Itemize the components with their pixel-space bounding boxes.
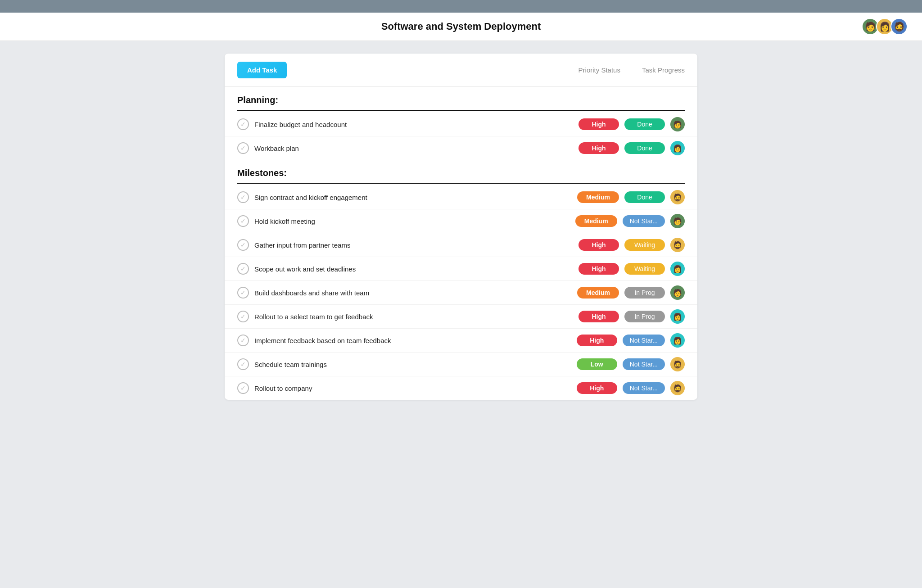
table-row: ✓ Implement feedback based on team feedb… — [225, 329, 697, 353]
priority-badge-1: High — [579, 118, 619, 130]
table-row: ✓ Finalize budget and headcount High Don… — [225, 113, 697, 136]
table-row: ✓ Sign contract and kickoff engagement M… — [225, 185, 697, 209]
content-area: Add Task Priority Status Task Progress P… — [0, 41, 922, 412]
table-row: ✓ Rollout to company High Not Star... 🧔 — [225, 376, 697, 400]
avatar-task-4: 🧑 — [670, 214, 685, 228]
avatar-task-3: 🧔 — [670, 190, 685, 204]
table-row: ✓ Build dashboards and share with team M… — [225, 281, 697, 305]
header-avatars: 🧑 👩 🧔 — [862, 18, 908, 35]
status-badge-2: Done — [624, 142, 665, 154]
status-badge-7: In Prog — [624, 287, 665, 299]
planning-title: Planning: — [225, 87, 697, 110]
priority-badge-2: High — [579, 142, 619, 154]
milestones-title: Milestones: — [225, 160, 697, 183]
status-badge-9: Not Star... — [623, 335, 665, 346]
table-row: ✓ Rollout to a select team to get feedba… — [225, 305, 697, 329]
priority-badge-3: Medium — [577, 191, 619, 203]
avatar-task-7: 🧑 — [670, 285, 685, 300]
status-badge-8: In Prog — [624, 311, 665, 322]
task-name-7: Build dashboards and share with team — [254, 289, 572, 297]
table-row: ✓ Workback plan High Done 👩 — [225, 136, 697, 160]
check-icon-9: ✓ — [237, 335, 249, 346]
header-avatar-3: 🧔 — [890, 18, 908, 35]
priority-status-header: Priority Status — [579, 66, 620, 74]
check-icon-11: ✓ — [237, 382, 249, 394]
task-name-8: Rollout to a select team to get feedback — [254, 313, 573, 321]
avatar-task-1: 🧑 — [670, 117, 685, 131]
column-headers: Priority Status Task Progress — [579, 66, 685, 74]
status-badge-11: Not Star... — [623, 382, 665, 394]
priority-badge-8: High — [579, 311, 619, 322]
avatar-task-10: 🧔 — [670, 357, 685, 371]
app-header: Software and System Deployment 🧑 👩 🧔 — [0, 13, 922, 41]
card-header: Add Task Priority Status Task Progress — [225, 54, 697, 87]
table-row: ✓ Schedule team trainings Low Not Star..… — [225, 353, 697, 376]
task-name-1: Finalize budget and headcount — [254, 121, 573, 128]
priority-badge-6: High — [579, 263, 619, 275]
check-icon-1: ✓ — [237, 118, 249, 130]
task-name-10: Schedule team trainings — [254, 361, 571, 368]
priority-badge-5: High — [579, 239, 619, 251]
check-icon-3: ✓ — [237, 191, 249, 203]
check-icon-8: ✓ — [237, 311, 249, 322]
priority-badge-11: High — [577, 382, 617, 394]
add-task-button[interactable]: Add Task — [237, 62, 287, 78]
status-badge-5: Waiting — [624, 239, 665, 251]
status-badge-10: Not Star... — [623, 358, 665, 370]
priority-badge-9: High — [577, 335, 617, 346]
avatar-task-5: 🧔 — [670, 238, 685, 252]
top-bar — [0, 0, 922, 13]
status-badge-1: Done — [624, 118, 665, 130]
page-title: Software and System Deployment — [0, 21, 922, 32]
task-name-9: Implement feedback based on team feedbac… — [254, 337, 571, 344]
task-name-2: Workback plan — [254, 145, 573, 152]
table-row: ✓ Scope out work and set deadlines High … — [225, 257, 697, 281]
task-name-3: Sign contract and kickoff engagement — [254, 194, 572, 201]
status-badge-4: Not Star... — [623, 215, 665, 227]
avatar-task-8: 👩 — [670, 309, 685, 324]
priority-badge-4: Medium — [575, 215, 617, 227]
priority-badge-10: Low — [577, 358, 617, 370]
task-progress-header: Task Progress — [642, 66, 685, 74]
status-badge-6: Waiting — [624, 263, 665, 275]
avatar-task-9: 👩 — [670, 333, 685, 348]
avatar-task-11: 🧔 — [670, 381, 685, 395]
avatar-task-2: 👩 — [670, 141, 685, 155]
check-icon-5: ✓ — [237, 239, 249, 251]
table-row: ✓ Gather input from partner teams High W… — [225, 233, 697, 257]
main-card: Add Task Priority Status Task Progress P… — [225, 54, 697, 400]
section-milestones: Milestones: ✓ Sign contract and kickoff … — [225, 160, 697, 400]
priority-badge-7: Medium — [577, 287, 619, 299]
check-icon-7: ✓ — [237, 287, 249, 299]
task-name-4: Hold kickoff meeting — [254, 217, 570, 225]
section-planning: Planning: ✓ Finalize budget and headcoun… — [225, 87, 697, 160]
table-row: ✓ Hold kickoff meeting Medium Not Star..… — [225, 209, 697, 233]
planning-divider — [237, 110, 685, 111]
check-icon-4: ✓ — [237, 215, 249, 227]
status-badge-3: Done — [624, 191, 665, 203]
check-icon-2: ✓ — [237, 142, 249, 154]
avatar-task-6: 👩 — [670, 262, 685, 276]
task-name-6: Scope out work and set deadlines — [254, 265, 573, 273]
milestones-divider — [237, 183, 685, 184]
task-name-5: Gather input from partner teams — [254, 241, 573, 249]
task-name-11: Rollout to company — [254, 384, 571, 392]
check-icon-10: ✓ — [237, 358, 249, 370]
check-icon-6: ✓ — [237, 263, 249, 275]
